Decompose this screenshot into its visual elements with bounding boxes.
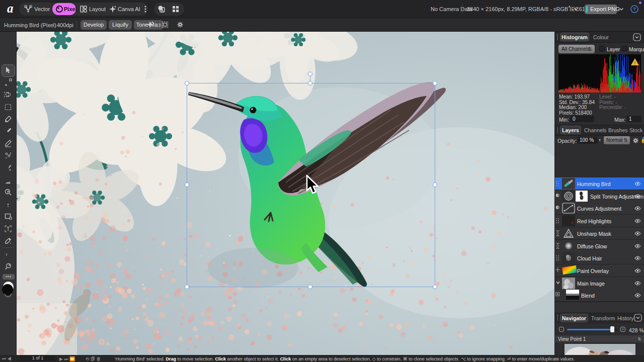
svg-text:T: T (7, 226, 10, 232)
svg-text:!: ! (634, 60, 636, 65)
svg-text:?: ? (633, 6, 636, 12)
svg-text:A: A (161, 9, 164, 12)
